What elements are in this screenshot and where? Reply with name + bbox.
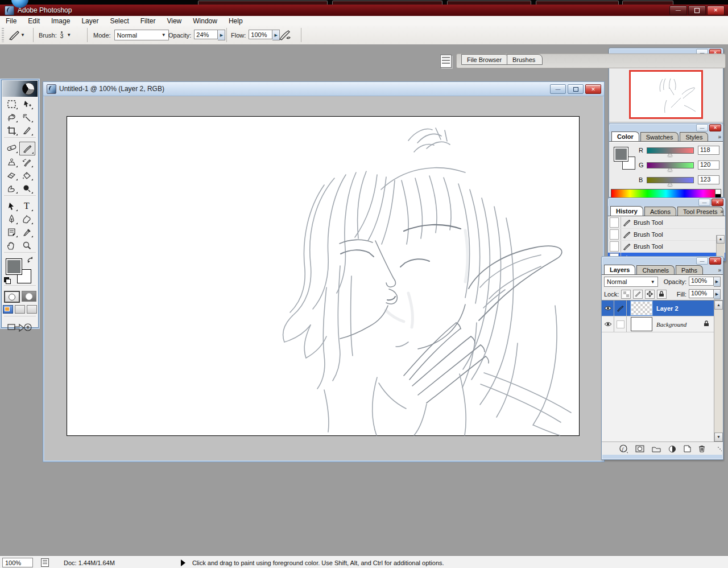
blue-slider-marker[interactable] bbox=[668, 183, 672, 186]
blue-slider[interactable] bbox=[647, 177, 694, 183]
layer-thumbnail[interactable] bbox=[631, 301, 652, 315]
menu-select[interactable]: Select bbox=[104, 17, 134, 26]
panel-minimize-button[interactable]: — bbox=[698, 199, 710, 206]
healing-brush-tool[interactable] bbox=[4, 142, 19, 154]
panel-close-button[interactable]: ✕ bbox=[709, 257, 721, 265]
rectangular-marquee-tool[interactable] bbox=[4, 98, 19, 110]
layer-name[interactable]: Layer 2 bbox=[656, 305, 679, 312]
menu-filter[interactable]: Filter bbox=[135, 17, 162, 26]
default-colors-icon[interactable] bbox=[4, 277, 11, 284]
file-browser-toggle-button[interactable] bbox=[440, 55, 452, 68]
red-slider-marker[interactable] bbox=[668, 153, 672, 157]
panel-menu-button[interactable]: » bbox=[718, 267, 721, 273]
opacity-field[interactable]: 24% bbox=[194, 30, 218, 39]
layer-visibility-toggle[interactable] bbox=[602, 316, 614, 332]
crop-tool[interactable] bbox=[4, 124, 19, 137]
green-slider-marker[interactable] bbox=[668, 168, 672, 171]
menu-file[interactable]: File bbox=[0, 17, 22, 26]
brush-tool[interactable] bbox=[19, 142, 35, 155]
layers-panel-title-bar[interactable]: — ✕ bbox=[602, 257, 723, 265]
link-indicator-cell[interactable] bbox=[614, 316, 627, 332]
new-adjustment-layer-button[interactable] bbox=[668, 445, 676, 453]
lock-paint-icon[interactable] bbox=[633, 290, 643, 299]
tab-swatches[interactable]: Swatches bbox=[640, 132, 679, 141]
white-swatch[interactable] bbox=[715, 190, 721, 194]
green-slider[interactable] bbox=[647, 162, 694, 168]
scroll-up-arrow-icon[interactable]: ▲ bbox=[714, 301, 723, 310]
history-brush-tool[interactable] bbox=[19, 156, 34, 168]
navigator-view-box[interactable] bbox=[629, 70, 703, 119]
flow-field[interactable]: 100% bbox=[249, 30, 272, 39]
eraser-tool[interactable] bbox=[4, 169, 19, 182]
brush-preset-picker[interactable]: 3 bbox=[60, 31, 64, 39]
jump-to-imageready-button[interactable] bbox=[7, 322, 32, 333]
panel-close-button[interactable]: ✕ bbox=[712, 199, 723, 206]
menu-layer[interactable]: Layer bbox=[76, 17, 104, 26]
menu-help[interactable]: Help bbox=[223, 17, 249, 26]
delete-layer-button[interactable] bbox=[698, 445, 705, 452]
custom-shape-tool[interactable] bbox=[19, 213, 34, 225]
scroll-up-arrow-icon[interactable]: ▲ bbox=[717, 235, 725, 244]
menu-window[interactable]: Window bbox=[187, 17, 223, 26]
layers-scrollbar[interactable]: ▲ ▼ bbox=[714, 301, 723, 442]
tab-layers[interactable]: Layers bbox=[604, 265, 635, 274]
tab-history[interactable]: History bbox=[610, 206, 643, 216]
red-value-field[interactable]: 118 bbox=[698, 146, 719, 155]
brush-dropdown-arrow-icon[interactable]: ▼ bbox=[67, 32, 71, 38]
panel-close-button[interactable]: ✕ bbox=[709, 124, 721, 131]
document-close-button[interactable]: ✕ bbox=[585, 84, 601, 94]
tab-color[interactable]: Color bbox=[611, 131, 639, 141]
tab-channels[interactable]: Channels bbox=[636, 265, 674, 274]
menu-edit[interactable]: Edit bbox=[22, 17, 46, 26]
brushes-tab[interactable]: Brushes bbox=[507, 54, 543, 65]
history-state-row[interactable]: Brush Tool bbox=[608, 241, 725, 253]
history-source-checkbox[interactable] bbox=[610, 241, 619, 252]
file-browser-tab[interactable]: File Browser bbox=[461, 54, 509, 65]
panel-menu-button[interactable]: » bbox=[720, 208, 723, 215]
layer-opacity-slider-button[interactable]: ▶ bbox=[714, 277, 721, 287]
lock-all-icon[interactable] bbox=[657, 290, 667, 299]
active-tool-button[interactable]: ▼ bbox=[8, 26, 25, 44]
history-state-row[interactable]: Brush Tool bbox=[608, 217, 725, 229]
fullscreen-menubar-mode-button[interactable] bbox=[15, 305, 25, 314]
layer-fill-field[interactable]: 100% bbox=[689, 289, 714, 298]
panel-minimize-button[interactable]: — bbox=[696, 124, 708, 131]
layer-row-layer2[interactable]: Layer 2 bbox=[602, 301, 723, 316]
adobe-online-button[interactable] bbox=[2, 81, 38, 97]
quick-mask-mode-button[interactable] bbox=[22, 291, 36, 302]
hand-tool[interactable] bbox=[4, 239, 19, 252]
type-tool[interactable]: T bbox=[19, 200, 34, 212]
fullscreen-mode-button[interactable] bbox=[27, 305, 37, 314]
close-button[interactable]: ✕ bbox=[707, 6, 725, 15]
layer-fill-slider-button[interactable]: ▶ bbox=[714, 289, 721, 299]
document-minimize-button[interactable]: — bbox=[550, 84, 566, 94]
history-source-checkbox[interactable] bbox=[610, 229, 619, 240]
layer-opacity-field[interactable]: 100% bbox=[689, 277, 714, 286]
options-bar-grip[interactable] bbox=[2, 28, 4, 42]
layer-name[interactable]: Background bbox=[656, 321, 686, 328]
new-layer-set-button[interactable] bbox=[652, 446, 661, 452]
opacity-slider-button[interactable]: ▶ bbox=[218, 30, 225, 40]
add-layer-mask-button[interactable] bbox=[635, 445, 644, 452]
green-value-field[interactable]: 120 bbox=[698, 160, 719, 170]
paint-bucket-tool[interactable] bbox=[19, 169, 34, 182]
tab-styles[interactable]: Styles bbox=[680, 132, 708, 141]
red-slider[interactable] bbox=[647, 147, 694, 154]
new-layer-button[interactable] bbox=[684, 445, 691, 452]
zoom-tool[interactable] bbox=[19, 239, 34, 252]
scroll-down-arrow-icon[interactable]: ▼ bbox=[714, 433, 723, 442]
layer-row-background[interactable]: Background bbox=[602, 316, 723, 332]
layer-visibility-toggle[interactable] bbox=[602, 301, 614, 316]
tab-paths[interactable]: Paths bbox=[676, 265, 703, 274]
lasso-tool[interactable] bbox=[4, 111, 19, 124]
smudge-tool[interactable] bbox=[4, 182, 19, 195]
airbrush-toggle-icon[interactable] bbox=[278, 29, 292, 42]
pen-tool[interactable] bbox=[4, 213, 19, 225]
restore-button[interactable] bbox=[688, 6, 706, 15]
lock-position-icon[interactable] bbox=[645, 290, 655, 299]
magic-wand-tool[interactable] bbox=[19, 111, 34, 124]
clone-stamp-tool[interactable] bbox=[4, 156, 19, 168]
menu-view[interactable]: View bbox=[161, 17, 187, 26]
eyedropper-tool[interactable] bbox=[19, 226, 34, 238]
blend-mode-select[interactable]: Normal ▼ bbox=[114, 30, 169, 40]
